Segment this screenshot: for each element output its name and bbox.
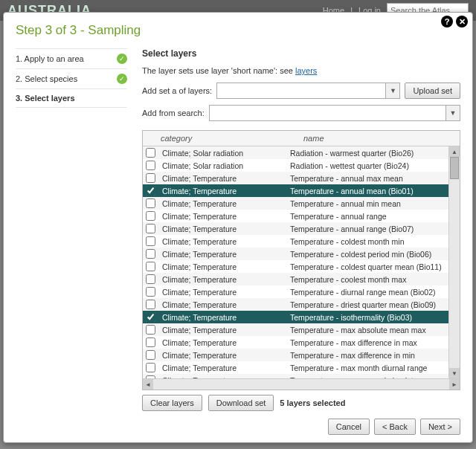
row-category: Climate; Temperature (158, 313, 286, 322)
row-checkbox[interactable] (146, 198, 155, 208)
close-icon[interactable]: ✕ (456, 16, 468, 28)
wizard-step[interactable]: 1. Apply to an area✓ (16, 48, 127, 68)
scroll-thumb[interactable] (450, 157, 459, 179)
row-category: Climate; Temperature (158, 224, 286, 233)
row-category: Climate; Temperature (158, 351, 286, 360)
dialog-title: Step 3 of 3 - Sampling (16, 23, 460, 38)
table-row[interactable]: Climate; TemperatureTemperature - annual… (143, 222, 449, 235)
vertical-scrollbar[interactable]: ▲ ▼ (448, 146, 460, 378)
row-category: Climate; Temperature (158, 199, 286, 208)
scroll-left-icon[interactable]: ◄ (143, 379, 153, 390)
table-row[interactable]: Climate; TemperatureTemperature - driest… (143, 298, 449, 311)
table-row[interactable]: Climate; TemperatureTemperature - coldes… (143, 235, 449, 248)
scroll-right-icon[interactable]: ► (449, 379, 460, 390)
layer-set-input[interactable] (217, 83, 385, 98)
row-category: Climate; Temperature (158, 275, 286, 284)
table-row[interactable]: Climate; TemperatureTemperature - annual… (143, 172, 449, 184)
row-name: Temperature - max difference in min (286, 351, 449, 360)
row-checkbox[interactable] (146, 161, 155, 170)
row-category: Climate; Temperature (158, 250, 286, 259)
scroll-down-icon[interactable]: ▼ (449, 368, 460, 378)
chevron-down-icon[interactable]: ▼ (446, 106, 460, 120)
horizontal-scrollbar[interactable]: ◄ ► (143, 378, 460, 390)
row-checkbox[interactable] (146, 300, 155, 309)
clear-layers-button[interactable]: Clear layers (142, 395, 202, 411)
section-title: Select layers (142, 48, 460, 59)
add-search-label: Add from search: (142, 109, 205, 117)
row-name: Temperature - annual min mean (286, 199, 449, 208)
row-checkbox[interactable] (146, 363, 155, 372)
row-category: Climate; Solar radiation (158, 149, 286, 158)
row-checkbox[interactable] (146, 312, 155, 322)
row-checkbox[interactable] (146, 325, 155, 335)
wizard-step[interactable]: 3. Select layers (16, 88, 127, 108)
back-button[interactable]: < Back (374, 419, 416, 435)
add-set-label: Add set a of layers: (142, 86, 212, 95)
wizard-step-label: 3. Select layers (16, 94, 75, 103)
row-checkbox[interactable] (146, 173, 155, 183)
row-category: Climate; Temperature (158, 187, 286, 196)
row-checkbox[interactable] (146, 224, 155, 233)
row-checkbox[interactable] (146, 186, 155, 196)
row-name: Radiation - warmest quarter (Bio26) (286, 149, 449, 158)
scroll-up-icon[interactable]: ▲ (449, 146, 460, 157)
layer-set-combo[interactable]: ▼ (216, 83, 400, 99)
help-icon[interactable]: ? (441, 16, 453, 28)
table-row[interactable]: Climate; TemperatureTemperature - annual… (143, 210, 449, 222)
table-row[interactable]: Climate; TemperatureTemperature - max di… (143, 349, 449, 361)
row-checkbox[interactable] (146, 287, 155, 297)
row-name: Temperature - annual range (Bio07) (286, 224, 449, 233)
row-category: Climate; Temperature (158, 326, 286, 335)
upload-set-button[interactable]: Upload set (405, 83, 460, 99)
table-row[interactable]: Climate; TemperatureTemperature - isothe… (143, 311, 449, 323)
row-checkbox[interactable] (146, 249, 155, 259)
cancel-button[interactable]: Cancel (328, 419, 370, 435)
row-name: Temperature - coldest quarter mean (Bio1… (286, 262, 449, 271)
row-checkbox[interactable] (146, 262, 155, 271)
table-row[interactable]: Climate; TemperatureTemperature - annual… (143, 197, 449, 210)
download-set-button[interactable]: Download set (208, 395, 274, 411)
table-row[interactable]: Climate; TemperatureTemperature - max ab… (143, 323, 449, 336)
selected-count: 5 layers selected (280, 398, 345, 407)
table-row[interactable]: Climate; Solar radiationRadiation - warm… (143, 146, 449, 159)
table-row[interactable]: Climate; TemperatureTemperature - mean a… (143, 374, 449, 378)
layers-link[interactable]: layers (295, 66, 317, 75)
row-checkbox[interactable] (146, 236, 155, 246)
row-name: Temperature - mean annual absolute mean … (286, 376, 449, 379)
row-checkbox[interactable] (146, 337, 155, 347)
table-row[interactable]: Climate; TemperatureTemperature - coldes… (143, 248, 449, 260)
row-name: Temperature - coolest month max (286, 275, 449, 284)
search-layer-combo[interactable]: ▼ (209, 105, 460, 121)
search-layer-input[interactable] (210, 106, 446, 120)
row-name: Temperature - annual range (286, 212, 449, 221)
check-icon: ✓ (117, 54, 127, 64)
row-name: Temperature - annual mean (Bio01) (286, 187, 449, 196)
row-checkbox[interactable] (146, 350, 155, 360)
table-row[interactable]: Climate; TemperatureTemperature - cooles… (143, 273, 449, 285)
col-category[interactable]: category (143, 131, 299, 146)
table-row[interactable]: Climate; Solar radiationRadiation - wett… (143, 159, 449, 172)
col-name[interactable]: name (299, 131, 449, 146)
sampling-dialog: ? ✕ Step 3 of 3 - Sampling 1. Apply to a… (3, 12, 473, 443)
row-name: Temperature - driest quarter mean (Bio09… (286, 300, 449, 309)
table-row[interactable]: Climate; TemperatureTemperature - max di… (143, 336, 449, 349)
wizard-step[interactable]: 2. Select species✓ (16, 68, 127, 88)
row-checkbox[interactable] (146, 274, 155, 284)
row-name: Temperature - max month diurnal range (286, 364, 449, 372)
check-icon: ✓ (117, 74, 127, 84)
row-name: Temperature - annual max mean (286, 174, 449, 183)
row-category: Climate; Temperature (158, 376, 286, 379)
chevron-down-icon[interactable]: ▼ (385, 83, 399, 98)
table-row[interactable]: Climate; TemperatureTemperature - annual… (143, 184, 449, 197)
next-button[interactable]: Next > (420, 419, 460, 435)
hint-text: The layer sets use layer 'short name': s… (142, 66, 460, 75)
table-row[interactable]: Climate; TemperatureTemperature - max mo… (143, 361, 449, 374)
table-row[interactable]: Climate; TemperatureTemperature - coldes… (143, 260, 449, 273)
table-row[interactable]: Climate; TemperatureTemperature - diurna… (143, 285, 449, 298)
row-checkbox[interactable] (146, 375, 155, 378)
row-category: Climate; Solar radiation (158, 161, 286, 170)
row-category: Climate; Temperature (158, 262, 286, 271)
row-category: Climate; Temperature (158, 338, 286, 347)
row-checkbox[interactable] (146, 148, 155, 158)
row-checkbox[interactable] (146, 211, 155, 221)
